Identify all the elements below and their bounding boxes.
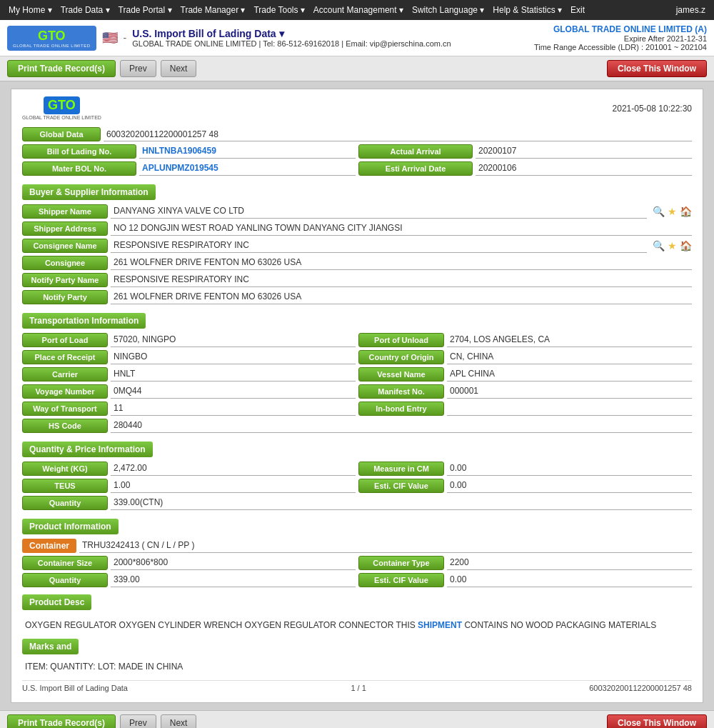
header-sub-info: GLOBAL TRADE ONLINE LIMITED | Tel: 86-51…: [132, 39, 451, 48]
record-card: GTO GLOBAL TRADE ONLINE LIMITED 2021-05-…: [11, 89, 703, 703]
hs-code-value: 280440: [111, 419, 692, 433]
global-data-row: Global Data 600320200112200001257 48: [22, 127, 692, 141]
port-of-unload-label: Port of Unload: [358, 333, 444, 347]
esti-arrival-col: Esti Arrival Date 20200106: [358, 161, 692, 176]
nav-my-home[interactable]: My Home ▾: [4, 5, 56, 15]
top-toolbar: Print Trade Record(s) Prev Next Close Th…: [0, 56, 714, 81]
manifest-col: Manifest No. 000001: [358, 384, 692, 399]
quantity2-col: Quantity 339.00: [22, 573, 356, 587]
carrier-label: Carrier: [22, 367, 108, 382]
bottom-toolbar: Print Trade Record(s) Prev Next Close Th…: [0, 710, 714, 728]
nav-exit[interactable]: Exit: [566, 5, 589, 15]
carrier-col: Carrier HNLT: [22, 367, 356, 382]
print-record-button[interactable]: Print Trade Record(s): [7, 60, 116, 77]
in-bond-col: In-bond Entry: [358, 402, 692, 416]
container-type-value: 2200: [447, 556, 692, 570]
nav-trade-manager[interactable]: Trade Manager ▾: [176, 5, 250, 15]
shipper-star-icon[interactable]: ★: [668, 206, 677, 217]
consignee-name-row: Consignee Name RESPONSIVE RESPIRATORY IN…: [22, 239, 692, 253]
receipt-origin-row: Place of Receipt NINGBO Country of Origi…: [22, 350, 692, 364]
consignee-row: Consignee 261 WOLFNER DRIVE FENTON MO 63…: [22, 256, 692, 270]
page-title: U.S. Import Bill of Lading Data ▾: [132, 28, 451, 39]
esti-cif-value: 0.00: [447, 479, 692, 493]
company-name-display: GLOBAL TRADE ONLINE LIMITED (A): [534, 24, 707, 34]
bol-row: Bill of Lading No. HNLTNBA1906459 Actual…: [22, 144, 692, 159]
quantity2-value: 339.00: [111, 573, 356, 587]
master-bol-value: APLUNPMZ019545: [139, 161, 356, 176]
bottom-print-button[interactable]: Print Trade Record(s): [7, 714, 116, 728]
vessel-name-value: APL CHINA: [447, 367, 692, 382]
next-button[interactable]: Next: [161, 60, 197, 77]
esti-cif2-value: 0.00: [447, 573, 692, 587]
footer-right-text: 600320200112200001257 48: [589, 684, 692, 692]
consignee-star-icon[interactable]: ★: [668, 240, 677, 251]
record-logo-sub: GLOBAL TRADE ONLINE LIMITED: [22, 115, 101, 120]
consignee-name-label: Consignee Name: [22, 239, 108, 253]
qty2-cif2-row: Quantity 339.00 Esti. CIF Value 0.00: [22, 573, 692, 587]
teus-col: TEUS 1.00: [22, 479, 356, 493]
consignee-search-icon[interactable]: 🔍: [653, 240, 665, 251]
notify-party-row: Notify Party 261 WOLFNER DRIVE FENTON MO…: [22, 290, 692, 304]
actual-arrival-col: Actual Arrival 20200107: [358, 144, 692, 159]
prev-button[interactable]: Prev: [120, 60, 156, 77]
voyage-number-value: 0MQ44: [111, 384, 356, 399]
notify-party-value: 261 WOLFNER DRIVE FENTON MO 63026 USA: [111, 290, 692, 304]
record-footer: U.S. Import Bill of Lading Data 1 / 1 60…: [22, 680, 692, 695]
shipper-home-icon[interactable]: 🏠: [680, 206, 692, 217]
carrier-vessel-row: Carrier HNLT Vessel Name APL CHINA: [22, 367, 692, 382]
nav-switch-language[interactable]: Switch Language ▾: [408, 5, 488, 15]
close-window-button[interactable]: Close This Window: [607, 60, 707, 77]
container-size-col: Container Size 2000*806*800: [22, 556, 356, 570]
bottom-prev-button[interactable]: Prev: [120, 714, 156, 728]
voyage-number-label: Voyage Number: [22, 384, 108, 399]
voyage-manifest-row: Voyage Number 0MQ44 Manifest No. 000001: [22, 384, 692, 399]
way-inbond-row: Way of Transport 11 In-bond Entry: [22, 402, 692, 416]
container-badge: Container: [22, 539, 76, 553]
flag-separator: -: [124, 32, 127, 44]
way-transport-col: Way of Transport 11: [22, 402, 356, 416]
container-row: Container TRHU3242413 ( CN / L / PP ): [22, 539, 692, 553]
bottom-close-button[interactable]: Close This Window: [607, 714, 707, 728]
nav-trade-tools[interactable]: Trade Tools ▾: [249, 5, 308, 15]
buyer-supplier-section-header: Buyer & Supplier Information: [22, 184, 156, 200]
nav-trade-portal[interactable]: Trade Portal ▾: [114, 5, 176, 15]
container-value: TRHU3242413 ( CN / L / PP ): [79, 539, 692, 553]
master-bol-col: Mater BOL No. APLUNPMZ019545: [22, 161, 356, 176]
esti-arrival-value: 20200106: [476, 161, 692, 176]
nav-trade-data[interactable]: Trade Data ▾: [56, 5, 114, 15]
manifest-no-value: 000001: [447, 384, 692, 399]
marks-value: ITEM: QUANTITY: LOT: MADE IN CHINA: [22, 659, 692, 674]
port-of-unload-value: 2704, LOS ANGELES, CA: [447, 333, 692, 347]
weight-col: Weight (KG) 2,472.00: [22, 462, 356, 476]
consignee-home-icon[interactable]: 🏠: [680, 240, 692, 251]
weight-label: Weight (KG): [22, 462, 108, 476]
container-size-type-row: Container Size 2000*806*800 Container Ty…: [22, 556, 692, 570]
quantity-label: Quantity: [22, 496, 108, 510]
port-of-load-value: 57020, NINGPO: [111, 333, 356, 347]
company-logo: GTO GLOBAL TRADE ONLINE LIMITED: [7, 26, 96, 51]
notify-party-name-row: Notify Party Name RESPONSIVE RESPIRATORY…: [22, 273, 692, 287]
bottom-next-button[interactable]: Next: [161, 714, 197, 728]
shipper-search-icon[interactable]: 🔍: [653, 206, 665, 217]
port-of-load-label: Port of Load: [22, 333, 108, 347]
shipper-name-value: DANYANG XINYA VALVE CO LTD: [111, 204, 647, 219]
record-datetime: 2021-05-08 10:22:30: [613, 104, 692, 114]
notify-party-name-label: Notify Party Name: [22, 273, 108, 287]
nav-account-management[interactable]: Account Management ▾: [309, 5, 408, 15]
logo-area: GTO GLOBAL TRADE ONLINE LIMITED 🇺🇸 -: [7, 26, 126, 51]
product-desc-section-header: Product Desc: [22, 594, 91, 610]
bol-label: Bill of Lading No.: [22, 144, 136, 159]
shipment-link[interactable]: SHIPMENT: [418, 620, 462, 630]
notify-party-name-value: RESPONSIVE RESPIRATORY INC: [111, 273, 692, 287]
global-data-label: Global Data: [22, 127, 101, 141]
port-unload-col: Port of Unload 2704, LOS ANGELES, CA: [358, 333, 692, 347]
carrier-value: HNLT: [111, 367, 356, 382]
place-of-receipt-col: Place of Receipt NINGBO: [22, 350, 356, 364]
nav-help-statistics[interactable]: Help & Statistics ▾: [488, 5, 566, 15]
container-type-label: Container Type: [358, 556, 444, 570]
global-data-value: 600320200112200001257 48: [104, 128, 692, 141]
main-content: GTO GLOBAL TRADE ONLINE LIMITED 2021-05-…: [0, 81, 714, 710]
header-right-info: GLOBAL TRADE ONLINE LIMITED (A) Expire A…: [534, 24, 707, 51]
record-header: GTO GLOBAL TRADE ONLINE LIMITED 2021-05-…: [22, 96, 692, 120]
marks-section-header: Marks and: [22, 639, 79, 654]
